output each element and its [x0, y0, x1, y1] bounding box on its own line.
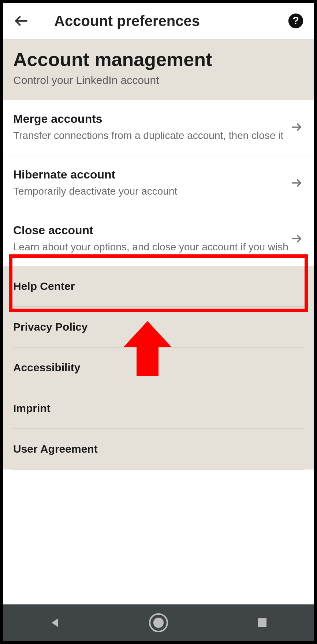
help-icon: ? [288, 13, 304, 29]
item-title: Hibernate account [13, 168, 289, 181]
square-recent-icon [256, 617, 268, 629]
chevron-right-icon [289, 177, 304, 189]
chevron-right-icon [289, 121, 304, 133]
nav-recent-button[interactable] [251, 612, 273, 634]
section-subheading: Control your LinkedIn account [13, 74, 304, 87]
app-bar: Account preferences ? [3, 3, 314, 40]
nav-back-button[interactable] [44, 612, 66, 634]
svg-marker-7 [52, 618, 58, 627]
page-title: Account preferences [32, 13, 285, 29]
circle-home-icon [149, 613, 168, 633]
item-title: Close account [13, 224, 289, 237]
item-title: Merge accounts [13, 112, 289, 126]
item-desc: Temporarily deactivate your account [13, 184, 289, 198]
item-body: Hibernate account Temporarily deactivate… [13, 168, 289, 198]
system-nav-bar [3, 604, 314, 641]
arrow-left-icon [13, 13, 29, 29]
close-account-item[interactable]: Close account Learn about your options, … [3, 211, 314, 266]
svg-text:?: ? [292, 14, 299, 26]
triangle-back-icon [48, 616, 61, 629]
item-body: Merge accounts Transfer connections from… [13, 112, 289, 143]
user-agreement-link[interactable]: User Agreement [13, 429, 304, 470]
back-button[interactable] [10, 13, 32, 29]
imprint-link[interactable]: Imprint [13, 388, 304, 429]
settings-list: Merge accounts Transfer connections from… [3, 100, 314, 266]
accessibility-link[interactable]: Accessibility [13, 347, 304, 388]
help-button[interactable]: ? [285, 13, 307, 29]
hibernate-account-item[interactable]: Hibernate account Temporarily deactivate… [3, 155, 314, 211]
privacy-policy-link[interactable]: Privacy Policy [13, 307, 304, 347]
item-desc: Learn about your options, and close your… [13, 240, 289, 254]
footer-links: Help Center Privacy Policy Accessibility… [3, 266, 314, 470]
nav-home-button[interactable] [148, 612, 169, 634]
item-desc: Transfer connections from a duplicate ac… [13, 129, 289, 143]
svg-rect-10 [258, 618, 266, 627]
section-heading: Account management [13, 48, 304, 70]
merge-accounts-item[interactable]: Merge accounts Transfer connections from… [3, 100, 314, 155]
chevron-right-icon [289, 232, 304, 245]
svg-point-9 [153, 618, 164, 628]
item-body: Close account Learn about your options, … [13, 224, 289, 254]
section-header: Account management Control your LinkedIn… [3, 40, 314, 100]
help-center-link[interactable]: Help Center [13, 266, 304, 307]
